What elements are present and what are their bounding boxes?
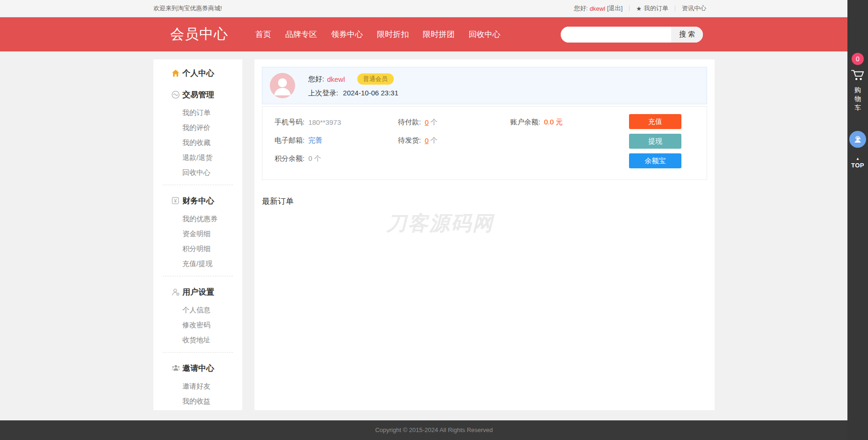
sidebar-item-invite-friends[interactable]: 邀请好友 [153,379,242,394]
back-to-top-button[interactable]: ▲ TOP [847,157,868,169]
finance-icon [171,196,182,205]
sidebar-item-shipping-address[interactable]: 收货地址 [153,332,242,347]
last-login-label: 上次登录: [308,89,338,97]
transactions-icon [171,90,182,99]
top-label: TOP [851,162,864,169]
cart-icon[interactable] [851,68,865,84]
nav-group-buy[interactable]: 限时拼团 [423,29,455,40]
topbar-my-orders-link[interactable]: 我的订单 [644,4,668,13]
email-label: 电子邮箱: [275,136,304,145]
sidebar-section-personal-center[interactable]: 个人中心 [153,62,242,84]
greeting-label: 您好: [308,75,324,84]
sidebar-section-title: 邀请中心 [182,363,214,374]
last-login-value: 2024-10-06 23:31 [343,89,398,97]
home-icon [171,69,182,78]
main-nav: 首页 品牌专区 领券中心 限时折扣 限时拼团 回收中心 [255,29,514,40]
sidebar: 个人中心 交易管理 我的订单 我的评价 我的收藏 退款/退货 回收中心 财务中心… [153,59,242,410]
phone-label: 手机号码: [275,118,304,127]
account-stats: 手机号码: 180**3973 电子邮箱: 完善 积分余额: 0 个 [262,106,707,180]
sidebar-section-trade-management[interactable]: 交易管理 [153,84,242,105]
topbar-news-link[interactable]: 资讯中心 [682,4,706,13]
divider [163,185,233,185]
member-level-badge: 普通会员 [357,73,394,85]
pending-shipment-count[interactable]: 0 [425,137,428,144]
sidebar-section-finance-center[interactable]: 财务中心 [153,190,242,211]
star-icon: ★ [636,5,642,12]
user-card: 您好: dkewl 普通会员 上次登录: 2024-10-06 23:31 [262,67,707,104]
up-arrow-icon: ▲ [847,157,868,161]
footer: Copyright © 2015-2024 All Rights Reserve… [0,420,868,440]
site-logo[interactable]: 会员中心 [170,25,228,44]
sidebar-item-recycle-center[interactable]: 回收中心 [153,165,242,180]
logout-link[interactable]: [退出] [607,4,622,13]
pending-shipment-label: 待发货: [398,136,421,145]
sidebar-item-refund-return[interactable]: 退款/退货 [153,150,242,165]
sidebar-item-my-reviews[interactable]: 我的评价 [153,120,242,135]
search-bar: 搜 索 [561,27,703,43]
search-input[interactable] [561,27,671,43]
sidebar-item-funds-detail[interactable]: 资金明细 [153,226,242,241]
email-complete-link[interactable]: 完善 [308,136,322,145]
sidebar-item-recharge-withdraw[interactable]: 充值/提现 [153,256,242,271]
welcome-text: 欢迎来到淘宝优惠券商城! [153,4,222,13]
divider [163,276,233,276]
sidebar-section-invite-center[interactable]: 邀请中心 [153,357,242,379]
divider [675,6,675,11]
sidebar-item-points-detail[interactable]: 积分明细 [153,241,242,256]
sidebar-section-user-settings[interactable]: 用户设置 [153,281,242,303]
divider [163,352,233,353]
balance-value: 0.0 元 [544,118,563,127]
cart-count-badge: 0 [852,53,864,65]
sidebar-item-my-earnings[interactable]: 我的收益 [153,394,242,409]
watermark-text: 刀客源码网 [386,210,494,237]
phone-value: 180**3973 [308,118,341,126]
pending-payment-label: 待付款: [398,118,421,127]
topbar-username[interactable]: dkewl [590,5,605,12]
sidebar-section-title: 财务中心 [182,195,214,206]
sidebar-section-title: 交易管理 [182,89,214,100]
balance-label: 账户余额: [510,118,540,127]
profile-username: dkewl [327,75,345,83]
right-utility-rail: 0 购物车 ▲ TOP [847,0,868,440]
main-panel: 您好: dkewl 普通会员 上次登录: 2024-10-06 23:31 手机… [254,59,715,410]
points-label: 积分余额: [275,154,304,163]
nav-flash-discount[interactable]: 限时折扣 [377,29,409,40]
main-header: 会员中心 首页 品牌专区 领券中心 限时折扣 限时拼团 回收中心 搜 索 [0,17,868,51]
nav-recycle-center[interactable]: 回收中心 [469,29,500,40]
points-value: 0 个 [308,154,321,163]
nav-home[interactable]: 首页 [255,29,271,40]
sidebar-item-my-coupons[interactable]: 我的优惠券 [153,211,242,226]
latest-orders-title: 最新订单 [262,196,707,207]
avatar [270,73,295,98]
topbar: 欢迎来到淘宝优惠券商城! 您好: dkewl [退出] ★ 我的订单 资讯中心 [0,0,868,17]
greeting-label: 您好: [574,4,588,13]
copyright-text: Copyright © 2015-2024 All Rights Reserve… [375,426,493,433]
sidebar-item-my-favorites[interactable]: 我的收藏 [153,135,242,150]
sidebar-section-title: 用户设置 [182,287,214,297]
pending-payment-count[interactable]: 0 [425,118,428,126]
search-button[interactable]: 搜 索 [671,27,703,43]
recharge-button[interactable]: 充值 [629,114,681,129]
invite-icon [171,364,182,372]
nav-coupon-center[interactable]: 领券中心 [331,29,363,40]
sidebar-section-title: 个人中心 [182,68,214,79]
sidebar-item-my-orders[interactable]: 我的订单 [153,105,242,120]
withdraw-button[interactable]: 提现 [629,134,681,149]
sidebar-item-personal-info[interactable]: 个人信息 [153,303,242,317]
pending-shipment-unit: 个 [431,136,438,145]
sidebar-item-change-password[interactable]: 修改密码 [153,317,242,332]
user-settings-icon [171,288,182,296]
customer-service-icon[interactable] [849,131,866,148]
pending-payment-unit: 个 [431,118,438,127]
cart-label[interactable]: 购物车 [847,86,868,112]
nav-brands[interactable]: 品牌专区 [285,29,317,40]
divider [629,6,629,11]
yuebao-button[interactable]: 余额宝 [629,153,681,168]
